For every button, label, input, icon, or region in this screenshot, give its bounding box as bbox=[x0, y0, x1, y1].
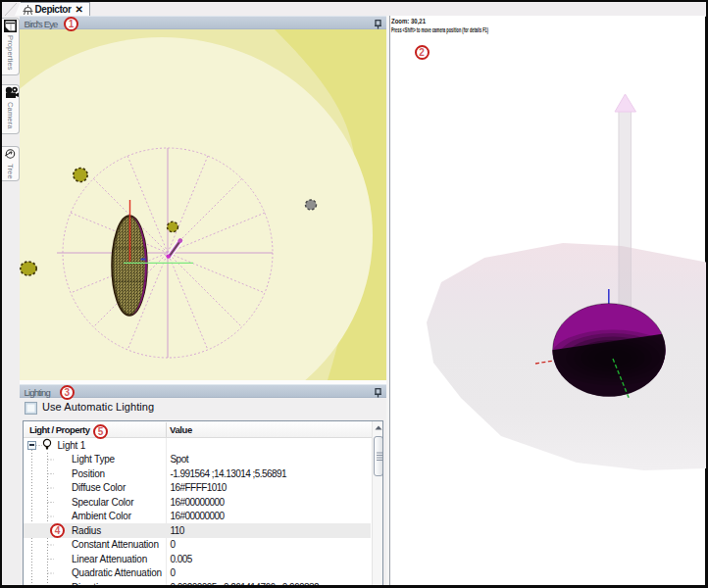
svg-text:Press <Shift> to move camera p: Press <Shift> to move camera position (f… bbox=[391, 25, 488, 34]
